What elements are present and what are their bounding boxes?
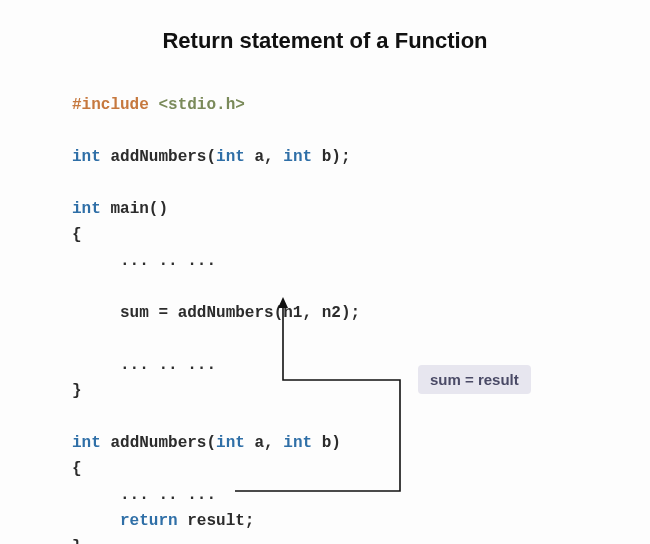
type-int: int bbox=[72, 148, 101, 166]
return-keyword: return bbox=[120, 512, 178, 530]
var-sum: sum bbox=[120, 304, 149, 322]
brace-close: } bbox=[72, 382, 82, 400]
func-main: main bbox=[110, 200, 148, 218]
param-b: b bbox=[322, 148, 332, 166]
type-int: int bbox=[72, 200, 101, 218]
ellipsis: ... .. ... bbox=[120, 356, 216, 374]
type-int: int bbox=[216, 434, 245, 452]
return-value: result bbox=[187, 512, 245, 530]
brace-open: { bbox=[72, 226, 82, 244]
func-name-def: addNumbers bbox=[110, 434, 206, 452]
ellipsis: ... .. ... bbox=[120, 252, 216, 270]
brace-close: } bbox=[72, 538, 82, 544]
brace-open: { bbox=[72, 460, 82, 478]
type-int: int bbox=[216, 148, 245, 166]
type-int: int bbox=[283, 148, 312, 166]
func-name-decl: addNumbers bbox=[110, 148, 206, 166]
param-b: b bbox=[322, 434, 332, 452]
func-call: addNumbers bbox=[178, 304, 274, 322]
param-a: a bbox=[254, 148, 264, 166]
arg-n1: n1 bbox=[283, 304, 302, 322]
ellipsis: ... .. ... bbox=[120, 486, 216, 504]
callout-sum-equals-result: sum = result bbox=[418, 365, 531, 394]
type-int: int bbox=[283, 434, 312, 452]
code-block: #include <stdio.h> int addNumbers(int a,… bbox=[72, 92, 360, 544]
preprocessor-include: #include bbox=[72, 96, 149, 114]
page: Return statement of a Function #include … bbox=[0, 0, 650, 544]
param-a: a bbox=[254, 434, 264, 452]
type-int: int bbox=[72, 434, 101, 452]
page-title: Return statement of a Function bbox=[0, 28, 650, 54]
include-header: <stdio.h> bbox=[158, 96, 244, 114]
arg-n2: n2 bbox=[322, 304, 341, 322]
